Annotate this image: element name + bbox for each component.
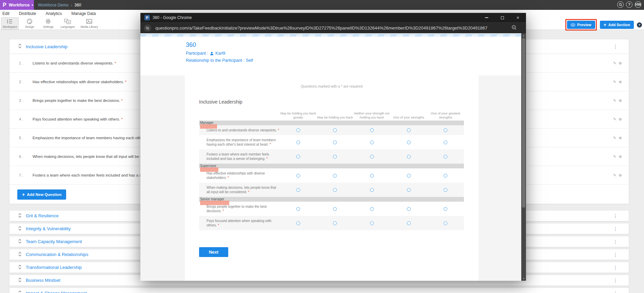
radio-button[interactable] xyxy=(407,188,411,192)
remove-question-icon[interactable]: ⊗ xyxy=(619,117,622,122)
radio-button[interactable] xyxy=(407,155,411,159)
remove-question-icon[interactable]: ⊗ xyxy=(619,135,622,140)
section-title[interactable]: Grit & Resilience xyxy=(26,213,59,218)
radio-button[interactable] xyxy=(407,221,411,225)
radio-button[interactable] xyxy=(444,141,447,144)
radio-button[interactable] xyxy=(370,174,374,178)
radio-button[interactable] xyxy=(296,141,300,144)
radio-button[interactable] xyxy=(333,174,337,178)
preview-button[interactable]: Preview xyxy=(567,21,595,29)
toolbar-item-languages[interactable]: xA Languages xyxy=(59,17,76,30)
edit-question-icon[interactable]: ✎ xyxy=(613,135,617,140)
section-title[interactable]: Team Capacity Management xyxy=(26,239,82,244)
reorder-handle-icon[interactable] xyxy=(18,239,22,245)
menu-item[interactable]: Distribute xyxy=(19,11,36,16)
section-title[interactable]: Business Mindset xyxy=(26,278,60,283)
toolbar-item-design[interactable]: Design xyxy=(22,17,37,30)
edit-question-icon[interactable]: ✎ xyxy=(613,98,617,103)
scroll-up-icon[interactable]: ▲ xyxy=(521,33,526,38)
url-text[interactable]: questionpro.com/a/TakeFeedbackInitialize… xyxy=(155,25,487,31)
radio-button[interactable] xyxy=(296,188,300,192)
help-icon[interactable]: ? xyxy=(637,22,642,28)
radio-button[interactable] xyxy=(444,207,447,211)
search-icon[interactable] xyxy=(617,1,624,8)
section-menu-icon[interactable]: ⋮ xyxy=(611,213,620,219)
scrollbar[interactable]: ▲ ▼ xyxy=(521,33,526,281)
menu-item[interactable]: Manage Data xyxy=(71,11,96,16)
menu-item[interactable]: Analytics xyxy=(45,11,62,16)
scrollbar-thumb[interactable] xyxy=(522,38,525,208)
reorder-handle-icon[interactable] xyxy=(18,252,22,258)
reorder-handle-icon[interactable] xyxy=(18,290,22,293)
maximize-button[interactable] xyxy=(497,13,507,22)
radio-button[interactable] xyxy=(296,221,300,225)
remove-question-icon[interactable]: ⊗ xyxy=(619,98,622,103)
help-icon[interactable]: ? xyxy=(626,1,632,8)
reorder-handle-icon[interactable] xyxy=(18,43,22,50)
close-button[interactable]: × xyxy=(513,13,523,22)
site-info-icon[interactable] xyxy=(144,24,151,32)
section-title[interactable]: Integrity & Vulnerability xyxy=(26,226,71,231)
edit-question-icon[interactable]: ✎ xyxy=(613,173,617,178)
minimize-button[interactable] xyxy=(482,13,492,22)
remove-question-icon[interactable]: ⊗ xyxy=(619,154,622,159)
section-title[interactable]: Inclusive Leadership xyxy=(26,44,67,49)
reorder-handle-icon[interactable] xyxy=(18,264,22,271)
radio-button[interactable] xyxy=(407,141,411,144)
toolbar-item-workspace[interactable]: Workspace xyxy=(1,17,19,30)
radio-button[interactable] xyxy=(444,128,447,132)
radio-button[interactable] xyxy=(407,207,411,211)
menu-item[interactable]: Edit xyxy=(2,11,9,16)
edit-question-icon[interactable]: ✎ xyxy=(613,154,617,159)
edit-question-icon[interactable]: ✎ xyxy=(613,61,617,66)
radio-button[interactable] xyxy=(333,128,337,132)
reorder-handle-icon[interactable] xyxy=(18,213,22,219)
section-menu-icon[interactable]: ⋮ xyxy=(611,251,620,258)
section-menu-icon[interactable]: ⋮ xyxy=(611,277,620,284)
remove-question-icon[interactable]: ⊗ xyxy=(619,61,622,66)
radio-button[interactable] xyxy=(370,141,374,144)
radio-button[interactable] xyxy=(296,128,300,132)
reorder-handle-icon[interactable] xyxy=(18,226,22,232)
section-menu-icon[interactable]: ⋮ xyxy=(611,290,620,293)
next-button[interactable]: Next xyxy=(199,247,228,257)
window-title-bar[interactable]: P 360 - Google Chrome × xyxy=(140,13,526,22)
radio-button[interactable] xyxy=(333,141,337,144)
breadcrumb-parent[interactable]: Workforce Demo xyxy=(38,3,69,7)
remove-question-icon[interactable]: ⊗ xyxy=(619,173,622,178)
radio-button[interactable] xyxy=(407,128,411,132)
section-title[interactable]: Transformational Leadership xyxy=(26,265,82,270)
radio-button[interactable] xyxy=(444,174,447,178)
workforce-brand-menu[interactable]: P Workforce ▾ xyxy=(0,0,34,10)
section-menu-icon[interactable]: ⋮ xyxy=(611,264,620,271)
radio-button[interactable] xyxy=(333,155,337,159)
section-menu-icon[interactable]: ⋮ xyxy=(611,238,620,245)
radio-button[interactable] xyxy=(333,188,337,192)
radio-button[interactable] xyxy=(370,221,374,225)
edit-question-icon[interactable]: ✎ xyxy=(613,117,617,122)
radio-button[interactable] xyxy=(296,207,300,211)
radio-button[interactable] xyxy=(333,207,337,211)
avatar[interactable]: HW xyxy=(635,1,641,8)
radio-button[interactable] xyxy=(333,221,337,225)
add-new-question-button[interactable]: + Add New Question xyxy=(17,189,66,200)
radio-button[interactable] xyxy=(370,128,374,132)
section-menu-icon[interactable]: ⋮ xyxy=(611,43,620,50)
radio-button[interactable] xyxy=(370,207,374,211)
radio-button[interactable] xyxy=(444,188,447,192)
radio-button[interactable] xyxy=(444,221,447,225)
zoom-out-icon[interactable] xyxy=(511,25,517,32)
scroll-down-icon[interactable]: ▼ xyxy=(521,276,526,281)
add-section-button[interactable]: + Add Section xyxy=(600,21,634,29)
edit-question-icon[interactable]: ✎ xyxy=(613,79,617,84)
section-menu-icon[interactable]: ⋮ xyxy=(611,225,620,232)
radio-button[interactable] xyxy=(370,188,374,192)
radio-button[interactable] xyxy=(444,155,447,159)
section-title[interactable]: Impact & Change Management xyxy=(26,291,87,293)
url-bar[interactable]: questionpro.com/a/TakeFeedbackInitialize… xyxy=(140,22,526,33)
radio-button[interactable] xyxy=(296,174,300,178)
section-title[interactable]: Communication & Relationships xyxy=(26,252,88,257)
radio-button[interactable] xyxy=(296,155,300,159)
reorder-handle-icon[interactable] xyxy=(18,277,22,283)
toolbar-item-media-library[interactable]: Media Library xyxy=(79,17,99,30)
